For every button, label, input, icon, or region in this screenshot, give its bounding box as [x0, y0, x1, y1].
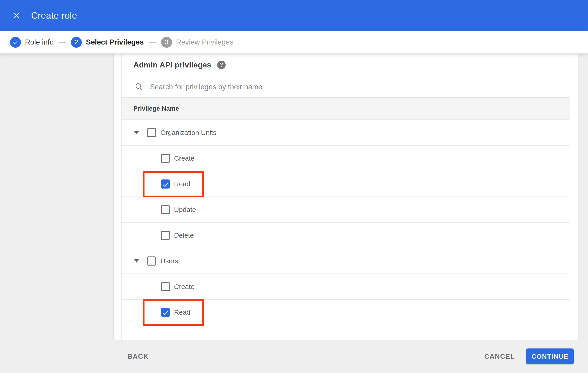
privilege-label: Read — [174, 180, 190, 188]
table-row-create[interactable]: Create — [122, 145, 570, 171]
privilege-label: Read — [174, 309, 190, 316]
privilege-label: Update — [174, 206, 196, 214]
app-bar: Create role — [0, 0, 588, 31]
privilege-rows: Organization Units Create — [122, 120, 570, 325]
privileges-card: Admin API privileges ? Privilege Name O — [121, 54, 570, 340]
stepper-step-select-privileges[interactable]: 2 Select Privileges — [71, 37, 144, 48]
table-row-delete[interactable]: Delete — [122, 223, 570, 248]
highlight-annotation-box — [143, 299, 204, 326]
highlight-annotation-box — [143, 171, 204, 197]
privilege-checkbox[interactable] — [147, 257, 156, 266]
cancel-button[interactable]: CANCEL — [484, 352, 515, 360]
privilege-checkbox[interactable] — [147, 128, 156, 137]
privilege-checkbox[interactable] — [161, 205, 170, 214]
step-label: Role info — [25, 38, 54, 46]
privilege-checkbox[interactable] — [161, 154, 170, 163]
checkmark-icon — [162, 309, 169, 316]
table-row-create[interactable]: Create — [122, 274, 570, 300]
dialog-title: Create role — [31, 10, 77, 21]
footer-bar: BACK CANCEL CONTINUE — [0, 340, 588, 373]
privilege-label: Delete — [174, 231, 194, 239]
step-label: Select Privileges — [86, 38, 144, 46]
table-row-update[interactable]: Update — [122, 197, 570, 223]
step-connector — [149, 42, 156, 43]
stepper: 1 Role info 2 Select Privileges 3 — [0, 31, 588, 54]
step-circle: 2 — [71, 37, 82, 48]
privilege-label: Create — [174, 283, 194, 290]
section-heading-row: Admin API privileges ? — [122, 54, 570, 76]
table-row-organization-units[interactable]: Organization Units — [122, 120, 570, 145]
collapse-caret-icon[interactable] — [134, 131, 139, 134]
step-label: Review Privileges — [176, 38, 234, 46]
step-connector — [58, 42, 66, 43]
help-icon[interactable]: ? — [217, 61, 226, 69]
privilege-label: Create — [174, 155, 194, 162]
step-circle: 3 — [161, 37, 172, 48]
table-header-row: Privilege Name — [122, 98, 570, 120]
table-row-read[interactable]: Read — [122, 300, 570, 325]
section-title: Admin API privileges — [133, 61, 211, 69]
check-icon — [12, 39, 19, 45]
privilege-checkbox[interactable] — [161, 179, 170, 188]
checkmark-icon — [162, 181, 169, 188]
stepper-step-role-info[interactable]: 1 Role info — [10, 37, 54, 48]
search-input[interactable] — [150, 83, 570, 91]
privilege-name-column-header: Privilege Name — [133, 105, 179, 112]
collapse-caret-icon[interactable] — [134, 259, 139, 263]
privilege-label: Organization Units — [160, 129, 217, 136]
privilege-label: Users — [160, 257, 178, 265]
table-row-users[interactable]: Users — [122, 248, 570, 274]
stepper-step-review-privileges[interactable]: 3 Review Privileges — [161, 37, 234, 48]
close-icon[interactable] — [10, 9, 23, 22]
back-button[interactable]: BACK — [127, 352, 149, 360]
privilege-checkbox[interactable] — [161, 231, 170, 240]
search-icon — [135, 82, 144, 91]
page-body: Admin API privileges ? Privilege Name O — [0, 54, 588, 340]
continue-button[interactable]: CONTINUE — [526, 348, 574, 364]
step-circle: 1 — [10, 37, 21, 48]
left-gutter-pane — [0, 54, 114, 340]
privilege-checkbox[interactable] — [161, 308, 170, 317]
right-gutter-pane — [578, 54, 588, 340]
table-row-read[interactable]: Read — [122, 171, 570, 197]
search-row — [122, 76, 570, 98]
table-row-partial — [122, 325, 570, 340]
privilege-checkbox[interactable] — [161, 282, 170, 291]
